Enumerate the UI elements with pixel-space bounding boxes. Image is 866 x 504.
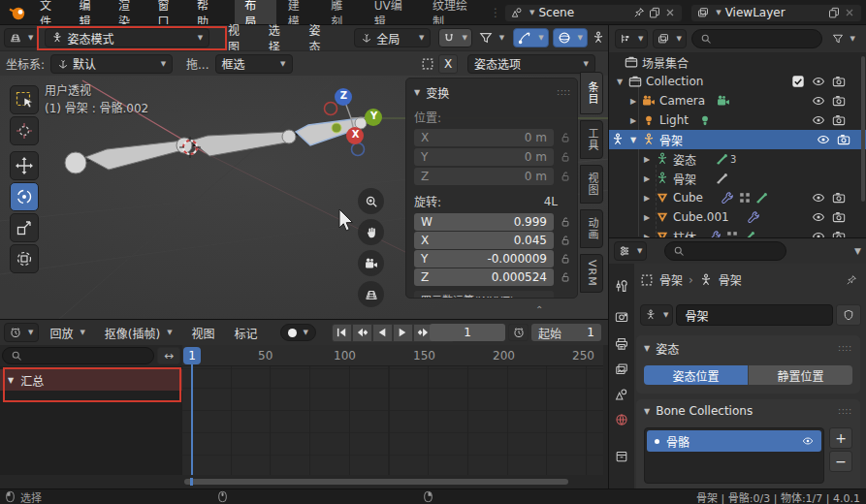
eye-icon[interactable] <box>812 75 825 88</box>
modifier-wrench-icon[interactable] <box>708 230 722 238</box>
fake-user-shield-button[interactable] <box>836 304 861 326</box>
render-camera-icon[interactable] <box>837 133 850 146</box>
visibility-dropdown[interactable]: ▼ <box>474 28 509 47</box>
lock-open-icon[interactable] <box>560 235 571 246</box>
lock-open-icon[interactable] <box>560 151 571 163</box>
outliner-row-armature[interactable]: ▼ 骨架 <box>609 130 866 149</box>
menu-keying[interactable]: 抠像(插帧)▼ <box>96 320 181 345</box>
tab-viewlayer-icon[interactable] <box>615 362 628 376</box>
tab-object-icon[interactable] <box>615 450 628 463</box>
timeline-ruler[interactable]: 50 100 150 200 250 <box>182 345 603 366</box>
perspective-toggle-button[interactable] <box>358 281 384 307</box>
tab-scene-icon[interactable] <box>615 388 628 401</box>
timeline-scrollbar[interactable] <box>0 477 603 487</box>
editor-type-button[interactable]: ▼ <box>614 241 647 261</box>
outliner-row-collection[interactable]: ▼ Collection <box>609 72 861 91</box>
menu-select[interactable]: 选择 <box>260 25 299 50</box>
expand-collapse-button[interactable]: ↔ <box>157 347 180 364</box>
lock-open-icon[interactable] <box>560 216 571 228</box>
outliner-scrollbar[interactable] <box>861 56 865 202</box>
tool-select-box[interactable] <box>10 85 39 114</box>
jump-start-button[interactable] <box>332 324 352 342</box>
npanel-tab-animation[interactable]: 动画 <box>580 209 603 248</box>
tab-world-icon[interactable] <box>615 413 628 426</box>
gizmos-toggle[interactable]: ▼ <box>513 28 548 47</box>
tool-move[interactable] <box>10 151 39 180</box>
play-reverse-button[interactable] <box>372 324 393 342</box>
menu-file[interactable]: 文件 <box>31 0 70 25</box>
breadcrumb-data[interactable]: 骨架 <box>719 271 742 288</box>
pin-icon[interactable] <box>846 274 857 286</box>
menu-view[interactable]: 视图 <box>219 25 258 50</box>
render-camera-icon[interactable] <box>832 94 846 108</box>
pin-icon[interactable] <box>633 7 645 18</box>
outliner-row-cube[interactable]: ▶ Cube <box>609 188 861 207</box>
npanel-tab-item[interactable]: 条目 <box>580 72 603 114</box>
viewlayer-selector[interactable]: ▼ ViewLayer <box>690 4 862 22</box>
outliner-row-cylinder[interactable]: ▶ 柱体 <box>609 227 861 238</box>
menu-view[interactable]: 视图 <box>183 320 224 345</box>
tool-scale[interactable] <box>10 213 39 242</box>
outliner-row-pose[interactable]: ▶ 姿态 3 <box>609 149 861 169</box>
disclosure-icon[interactable]: ▶ <box>628 97 638 106</box>
panel-scroll-hint[interactable]: ⌃ <box>535 304 543 315</box>
location-y-field[interactable]: Y0 m <box>414 148 554 166</box>
properties-search-input[interactable] <box>664 241 786 261</box>
current-frame-field[interactable]: 1 <box>430 324 505 341</box>
display-mode-dropdown[interactable]: ▼ <box>615 29 648 48</box>
scene-name[interactable]: Scene <box>538 6 629 19</box>
gizmo-x-label[interactable]: X <box>350 129 361 140</box>
filter-dropdown[interactable]: ▼ <box>827 29 860 48</box>
id-type-dropdown[interactable]: ▼ <box>640 304 673 326</box>
orientation-selector[interactable]: 全局 ▼ <box>354 28 431 47</box>
menu-playback[interactable]: 回放▼ <box>41 320 93 345</box>
outliner-row-cube001[interactable]: ▶ Cube.001 <box>609 207 861 227</box>
panel-drag-handle[interactable]: :::: <box>838 407 852 416</box>
rotation-z-field[interactable]: Z0.000524 <box>414 268 554 286</box>
panel-drag-handle[interactable]: :::: <box>557 88 571 97</box>
frame-start-field[interactable]: 起始1 <box>531 324 601 341</box>
duplicate-icon[interactable] <box>649 7 660 18</box>
disclosure-icon[interactable]: ▼ <box>615 78 625 86</box>
bone-icon[interactable] <box>716 152 729 166</box>
scene-selector[interactable]: ▼ Scene <box>504 4 683 22</box>
render-camera-icon[interactable] <box>832 230 846 238</box>
snapping-button[interactable]: ▼ <box>438 28 471 47</box>
gizmo-z-label[interactable]: Z <box>338 90 349 101</box>
location-z-field[interactable]: Z0 m <box>414 168 554 185</box>
camera-data-icon[interactable] <box>717 94 730 108</box>
editor-type-button[interactable]: ▼ <box>4 28 39 47</box>
pose-options-dropdown[interactable]: 姿态选项 ▼ <box>467 54 595 74</box>
editor-type-button[interactable]: ▼ <box>4 323 39 342</box>
modifier-wrench-icon[interactable] <box>721 191 734 205</box>
constraint-icon[interactable] <box>743 230 756 238</box>
summary-channel-row[interactable]: ▼ 汇总 <box>0 369 182 391</box>
chevron-down-icon[interactable]: ▼ <box>854 246 861 256</box>
menu-window[interactable]: 窗口 <box>148 0 187 25</box>
disclosure-icon[interactable]: ▼ <box>628 136 638 144</box>
outliner-row-scene-collection[interactable]: 场景集合 <box>609 52 861 72</box>
add-collection-button[interactable]: + <box>829 427 852 449</box>
outliner-row-armature-data[interactable]: ▶ 骨架 <box>609 169 861 188</box>
render-camera-icon[interactable] <box>832 210 846 224</box>
eye-icon[interactable] <box>812 113 825 127</box>
eye-icon[interactable] <box>817 133 830 146</box>
eye-icon[interactable] <box>812 191 825 205</box>
remove-collection-button[interactable]: − <box>829 451 852 472</box>
rotation-mode-dropdown[interactable]: 四元数运算(WXYZ) <box>414 291 554 299</box>
disclosure-icon[interactable]: ▶ <box>642 174 652 183</box>
menu-edit[interactable]: 编辑 <box>70 0 109 25</box>
vertex-group-icon[interactable] <box>738 191 752 205</box>
lock-open-icon[interactable] <box>560 271 571 283</box>
outliner-search-input[interactable] <box>691 29 822 48</box>
modifier-wrench-icon[interactable] <box>747 210 760 224</box>
close-icon[interactable] <box>844 7 855 18</box>
menu-pose[interactable]: 姿态 <box>301 25 339 50</box>
close-icon[interactable] <box>664 7 676 18</box>
pan-button[interactable] <box>358 219 384 245</box>
constraint-icon[interactable] <box>755 191 769 205</box>
filter-mode-dropdown[interactable]: ▼ <box>653 29 686 48</box>
checkbox-icon[interactable] <box>791 75 805 88</box>
transform-panel-header[interactable]: ▼ 变换 :::: <box>414 84 571 101</box>
eye-icon[interactable] <box>812 210 825 224</box>
